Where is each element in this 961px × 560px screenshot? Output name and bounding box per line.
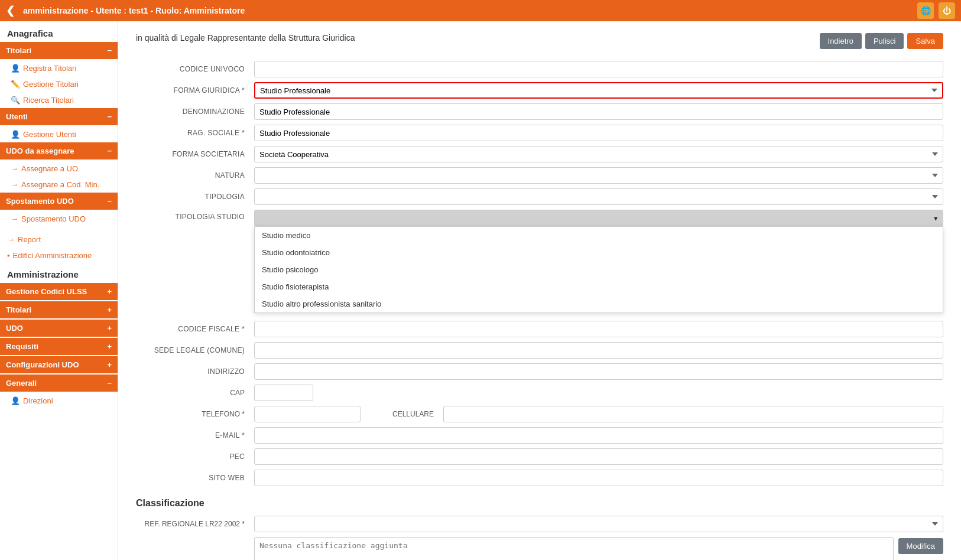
sede-legale-label: SEDE LEGALE (COMUNE) — [136, 346, 254, 354]
modifica-button[interactable]: Modifica — [898, 538, 943, 554]
tipologia-studio-label: TIPOLOGIA STUDIO — [136, 210, 254, 221]
sidebar-group-requisiti[interactable]: Requisiti + — [0, 338, 118, 355]
sidebar-item-ricerca-titolari[interactable]: 🔍 Ricerca Titolari — [0, 92, 118, 108]
tipologia-studio-option-altro[interactable]: Studio altro professionista sanitario — [255, 295, 943, 312]
tipologia-select[interactable] — [254, 188, 943, 205]
sidebar-group-generali[interactable]: Generali − — [0, 375, 118, 392]
rag-sociale-row: RAG. SOCIALE * — [136, 125, 943, 141]
indirizzo-input[interactable] — [254, 363, 943, 380]
sidebar-group-configurazioni[interactable]: Configurazioni UDO + — [0, 356, 118, 373]
sidebar-link-report[interactable]: → Report — [0, 232, 118, 248]
sidebar-item-gestione-utenti[interactable]: 👤 Gestione Utenti — [0, 126, 118, 142]
natura-select[interactable] — [254, 167, 943, 184]
forma-societaria-label: FORMA SOCIETARIA — [136, 150, 254, 158]
sidebar-item-assegnare-uo[interactable]: → Assegnare a UO — [0, 161, 118, 177]
pec-row: PEC — [136, 448, 943, 465]
sidebar-link-label: Report — [18, 235, 41, 244]
sidebar-group-gestione-codici[interactable]: Gestione Codici ULSS + — [0, 283, 118, 300]
sidebar-group-udo-assegnare[interactable]: UDO da assegnare − — [0, 142, 118, 159]
sidebar-group-titolari[interactable]: Titolari − — [0, 42, 118, 59]
pulisci-button[interactable]: Pulisci — [865, 33, 904, 49]
power-button[interactable]: ⏻ — [939, 2, 955, 19]
plus-icon: + — [107, 287, 112, 296]
indietro-button[interactable]: Indietro — [820, 33, 862, 49]
ref-regionale-label: REF. REGIONALE LR22 2002 * — [136, 520, 254, 528]
sidebar-group-titolari-toggle: − — [107, 46, 112, 55]
classificazione-textarea[interactable] — [254, 537, 894, 560]
forma-societaria-select[interactable]: Società Cooperativa — [254, 146, 943, 162]
pec-input[interactable] — [254, 448, 943, 465]
sidebar-item-direzioni[interactable]: 👤 Direzioni — [0, 393, 118, 409]
ref-regionale-select[interactable] — [254, 516, 943, 532]
telefono-input[interactable] — [254, 406, 361, 422]
sidebar: Anagrafica Titolari − 👤 Registra Titolar… — [0, 21, 118, 560]
sidebar-item-label: Assegnare a UO — [21, 164, 78, 173]
main-header: in qualità di Legale Rappresentante dell… — [136, 33, 943, 49]
salva-button[interactable]: Salva — [907, 33, 943, 49]
sidebar-group-spostamento-label: Spostamento UDO — [6, 197, 74, 206]
sidebar-group-titolari-admin[interactable]: Titolari + — [0, 301, 118, 318]
sito-web-input[interactable] — [254, 470, 943, 486]
pec-label: PEC — [136, 452, 254, 461]
tipologia-row: TIPOLOGIA — [136, 188, 943, 205]
sidebar-item-gestione-titolari[interactable]: ✏️ Gestione Titolari — [0, 76, 118, 92]
sidebar-group-utenti[interactable]: Utenti − — [0, 108, 118, 125]
building-icon: ▪ — [7, 251, 10, 260]
forma-giuridica-select[interactable]: Studio Professionale — [254, 82, 943, 99]
natura-label: NATURA — [136, 171, 254, 180]
sidebar-group-udo-admin[interactable]: UDO + — [0, 320, 118, 337]
globe-button[interactable]: 🌐 — [917, 2, 934, 19]
tipologia-label: TIPOLOGIA — [136, 193, 254, 201]
codice-fiscale-row: CODICE FISCALE * — [136, 321, 943, 337]
sidebar-link-edifici[interactable]: ▪ Edifici Amministrazione — [0, 248, 118, 263]
telefono-label: TELEFONO * — [136, 410, 254, 418]
tipologia-studio-option-fisioterapista[interactable]: Studio fisioterapista — [255, 278, 943, 295]
email-row: E-MAIL * — [136, 427, 943, 444]
codice-univoco-row: CODICE UNIVOCO — [136, 61, 943, 77]
topbar: ❮ amministrazione - Utente : test1 - Ruo… — [0, 0, 961, 21]
tipologia-studio-option-psicologo[interactable]: Studio psicologo — [255, 261, 943, 278]
sidebar-group-label: Titolari — [6, 305, 31, 314]
sidebar-item-spostamento-udo[interactable]: → Spostamento UDO — [0, 211, 118, 227]
header-buttons: Indietro Pulisci Salva — [820, 33, 943, 49]
arrow-icon: → — [11, 180, 18, 189]
arrow-icon: → — [11, 214, 18, 223]
sidebar-group-generali-toggle: − — [107, 379, 112, 388]
codice-fiscale-label: CODICE FISCALE * — [136, 325, 254, 333]
plus-icon: + — [107, 342, 112, 351]
sidebar-group-label: Gestione Codici ULSS — [6, 287, 87, 296]
codice-univoco-input[interactable] — [254, 61, 943, 77]
cap-input[interactable] — [254, 385, 313, 401]
rag-sociale-input[interactable] — [254, 125, 943, 141]
sidebar-item-assegnare-cod[interactable]: → Assegnare a Cod. Min. — [0, 177, 118, 193]
collapse-arrow[interactable]: ❮ — [6, 4, 15, 17]
telefono-row: TELEFONO * CELLULARE — [136, 406, 943, 422]
arrow-icon: → — [7, 235, 15, 244]
sidebar-item-registra-titolari[interactable]: 👤 Registra Titolari — [0, 60, 118, 76]
tipologia-studio-dropdown-wrapper: ▾ Studio medico Studio odontoiatrico Stu… — [254, 210, 943, 226]
sidebar-item-label: Direzioni — [23, 396, 53, 405]
sede-legale-input[interactable] — [254, 342, 943, 359]
codice-univoco-label: CODICE UNIVOCO — [136, 65, 254, 73]
email-label: E-MAIL * — [136, 431, 254, 439]
person-icon: 👤 — [11, 64, 20, 73]
classificazione-textarea-wrapper: Modifica — [254, 537, 943, 560]
codice-fiscale-input[interactable] — [254, 321, 943, 337]
tipologia-studio-option-odontoiatrico[interactable]: Studio odontoiatrico — [255, 244, 943, 261]
tipologia-studio-dropdown-list: Studio medico Studio odontoiatrico Studi… — [254, 226, 943, 313]
sidebar-group-udo-toggle: − — [107, 146, 112, 155]
sidebar-group-spostamento[interactable]: Spostamento UDO − — [0, 193, 118, 210]
classificazione-title: Classificazione — [136, 498, 943, 509]
cap-label: CAP — [136, 389, 254, 397]
denominazione-input[interactable] — [254, 103, 943, 120]
sidebar-item-label: Assegnare a Cod. Min. — [21, 180, 99, 189]
sidebar-group-label: UDO — [6, 324, 23, 333]
cellulare-input[interactable] — [443, 406, 943, 422]
person-icon: 👤 — [11, 130, 20, 139]
sidebar-group-titolari-label: Titolari — [6, 46, 31, 55]
tipologia-studio-option-medico[interactable]: Studio medico — [255, 227, 943, 244]
sidebar-group-label: Requisiti — [6, 342, 38, 351]
tipologia-studio-trigger[interactable]: ▾ — [254, 210, 943, 226]
email-input[interactable] — [254, 427, 943, 444]
sidebar-group-udo-label: UDO da assegnare — [6, 146, 74, 155]
